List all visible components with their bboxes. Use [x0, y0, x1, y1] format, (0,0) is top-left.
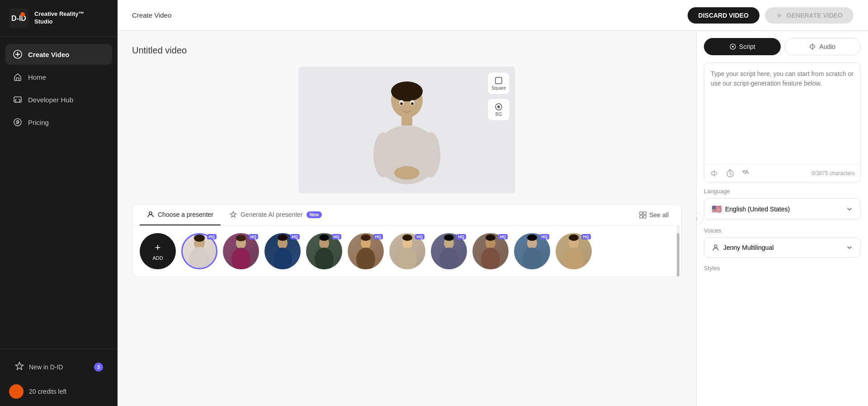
list-item[interactable]: HQ	[181, 233, 217, 269]
voices-value: Jenny Multilingual	[723, 244, 774, 251]
hq-badge: HQ	[207, 234, 217, 239]
square-format-button[interactable]: Square	[487, 72, 510, 95]
timer-icon[interactable]	[725, 168, 735, 178]
list-item[interactable]: HQ	[264, 233, 301, 269]
did-logo-icon: D-ID	[9, 8, 29, 28]
credits-label: 20 credits left	[29, 388, 66, 395]
svg-point-52	[523, 248, 542, 269]
person-icon	[147, 211, 154, 218]
hq-badge: HQ	[498, 234, 508, 239]
svg-point-2	[20, 12, 25, 17]
hq-badge: HQ	[332, 234, 342, 239]
list-item[interactable]: HQ	[348, 233, 384, 269]
collapse-panel-button[interactable]: ‹	[696, 212, 703, 225]
discard-video-button[interactable]: DISCARD VIDEO	[688, 7, 760, 24]
svg-point-8	[391, 81, 423, 101]
square-label: Square	[491, 86, 506, 91]
list-item[interactable]: HQ	[556, 233, 592, 269]
svg-point-36	[319, 234, 329, 241]
new-badge: New	[307, 211, 322, 218]
svg-point-30	[236, 235, 246, 241]
new-in-did-badge: 3	[94, 363, 103, 372]
tab-audio[interactable]: Audio	[784, 38, 861, 55]
pricing-icon	[13, 117, 23, 127]
video-title-input[interactable]	[132, 45, 246, 56]
new-in-did-item[interactable]: New in D-ID 3	[9, 357, 108, 377]
svg-point-54	[569, 234, 579, 241]
content-area: Square BG Choose a presenter	[118, 31, 868, 406]
script-icon	[729, 43, 736, 50]
list-item[interactable]: HQ	[306, 233, 342, 269]
presenter-grid: + ADD HQ	[140, 233, 674, 269]
new-in-did-label: New in D-ID	[29, 363, 63, 371]
background-button[interactable]: BG	[487, 98, 510, 121]
language-label: Language	[704, 188, 861, 195]
svg-point-40	[356, 248, 375, 269]
sidebar-item-label-create: Create Video	[28, 51, 69, 58]
presenter-section: Choose a presenter Generate AI presenter…	[132, 204, 682, 277]
see-all-button[interactable]: See all	[634, 208, 674, 222]
sidebar-item-pricing[interactable]: Pricing	[5, 112, 112, 133]
svg-point-13	[394, 166, 420, 180]
hq-badge: HQ	[290, 234, 300, 239]
add-presenter-button[interactable]: + ADD	[140, 233, 176, 269]
voices-label: Voices	[704, 227, 861, 234]
language-select[interactable]: 🇺🇸 English (United States)	[704, 198, 861, 220]
svg-rect-22	[640, 212, 642, 215]
list-item[interactable]: HQ	[431, 233, 467, 269]
list-item[interactable]: HQ	[223, 233, 259, 269]
translate-icon[interactable]	[741, 168, 750, 178]
home-icon	[13, 72, 23, 82]
svg-point-45	[444, 234, 454, 241]
tab-generate-presenter[interactable]: Generate AI presenter New	[222, 205, 329, 225]
plus-icon	[13, 49, 23, 59]
voices-select-left: Jenny Multilingual	[712, 244, 774, 252]
tab-script[interactable]: Script	[704, 38, 781, 55]
hq-badge: HQ	[540, 234, 550, 239]
list-item[interactable]: HQ	[472, 233, 509, 269]
svg-point-28	[189, 247, 209, 269]
sparkle-icon	[230, 211, 237, 218]
tab-choose-presenter[interactable]: Choose a presenter	[140, 205, 221, 225]
generate-video-button: GENERATE VIDEO	[765, 7, 854, 24]
language-value: English (United States)	[725, 205, 790, 213]
list-item[interactable]: HQ	[514, 233, 550, 269]
svg-point-51	[527, 234, 537, 241]
page-title: Create Video	[132, 11, 171, 19]
svg-point-20	[497, 105, 500, 108]
svg-point-39	[361, 234, 371, 241]
new-in-did-icon	[14, 361, 24, 373]
list-item[interactable]: HQ	[389, 233, 425, 269]
svg-point-17	[411, 102, 414, 105]
hq-badge: HQ	[373, 234, 383, 239]
sidebar-item-developer-hub[interactable]: Developer Hub	[5, 89, 112, 110]
presenter-grid-wrapper: + ADD HQ	[132, 226, 681, 277]
scrollbar-thumb[interactable]	[677, 233, 679, 277]
svg-rect-4	[14, 97, 21, 102]
svg-point-16	[400, 102, 403, 105]
svg-rect-9	[401, 116, 412, 125]
styles-field: Styles	[704, 265, 861, 275]
tab-generate-label: Generate AI presenter	[241, 211, 303, 218]
svg-point-21	[149, 212, 152, 215]
add-label: ADD	[152, 255, 163, 261]
svg-point-37	[315, 248, 334, 269]
see-all-icon	[639, 211, 646, 219]
volume-icon[interactable]	[710, 168, 720, 178]
sidebar-item-label-pricing: Pricing	[28, 119, 49, 126]
generate-icon	[776, 12, 783, 19]
voices-select[interactable]: Jenny Multilingual	[704, 238, 861, 258]
video-editor: Square BG Choose a presenter	[118, 31, 696, 406]
script-editor-container: 0/3875 characters	[704, 62, 861, 182]
script-tools	[710, 168, 750, 178]
language-field: Language 🇺🇸 English (United States)	[704, 188, 861, 220]
sidebar-item-create-video[interactable]: Create Video	[5, 44, 112, 65]
generate-label: GENERATE VIDEO	[787, 12, 843, 19]
language-select-left: 🇺🇸 English (United States)	[712, 204, 790, 214]
svg-point-46	[439, 248, 458, 269]
script-textarea[interactable]	[704, 63, 860, 162]
credits-row: 20 credits left	[9, 384, 108, 399]
sidebar-item-home[interactable]: Home	[5, 67, 112, 87]
chevron-down-icon	[846, 205, 853, 213]
voices-field: Voices Jenny Multilingual	[704, 227, 861, 258]
